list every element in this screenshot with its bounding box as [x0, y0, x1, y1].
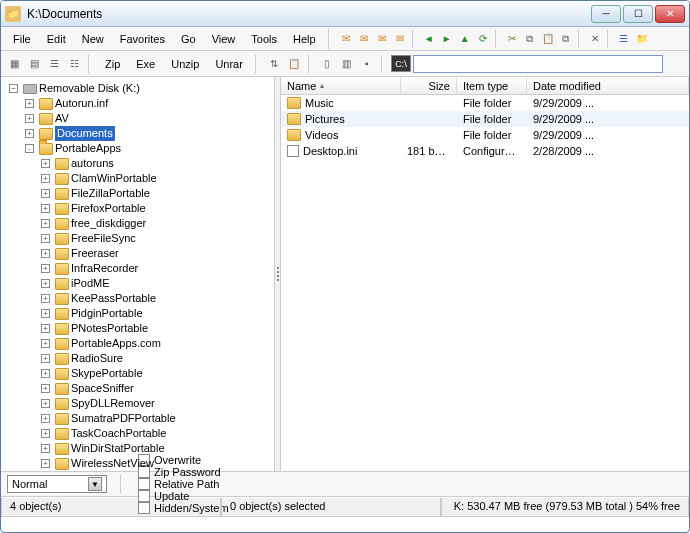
expander-icon[interactable]: − — [9, 84, 18, 93]
menu-file[interactable]: File — [5, 30, 39, 48]
copy-icon[interactable]: ⧉ — [521, 30, 539, 48]
unzip-button[interactable]: Unzip — [164, 55, 206, 73]
tree-item[interactable]: +WirelessNetView — [39, 456, 274, 471]
close-button[interactable]: ✕ — [655, 5, 685, 23]
refresh-icon[interactable]: ⟳ — [474, 30, 492, 48]
mail-open-icon[interactable]: ✉ — [337, 30, 355, 48]
paste-shortcut-icon[interactable]: ⧉ — [557, 30, 575, 48]
expander-icon[interactable]: + — [41, 369, 50, 378]
back-icon[interactable]: ◄ — [420, 30, 438, 48]
expander-icon[interactable]: + — [25, 114, 34, 123]
menu-favorites[interactable]: Favorites — [112, 30, 173, 48]
expander-icon[interactable]: + — [41, 399, 50, 408]
expander-icon[interactable]: + — [41, 444, 50, 453]
col-date[interactable]: Date modified — [527, 77, 689, 94]
folder-tree[interactable]: − Removable Disk (K:) +Autorun.inf+AV+Do… — [1, 77, 275, 471]
menu-edit[interactable]: Edit — [39, 30, 74, 48]
tree-item[interactable]: +SpyDLLRemover — [39, 396, 274, 411]
tree-item[interactable]: -PortableApps — [23, 141, 274, 156]
expander-icon[interactable]: + — [41, 204, 50, 213]
col-size[interactable]: Size — [401, 77, 457, 94]
file-list[interactable]: Name▴ Size Item type Date modified Music… — [281, 77, 689, 471]
column-icon[interactable]: ▯ — [318, 55, 336, 73]
expander-icon[interactable]: + — [25, 99, 34, 108]
drive-indicator[interactable]: C:\ — [391, 55, 411, 72]
tree-item[interactable]: +SpaceSniffer — [39, 381, 274, 396]
path-input[interactable] — [413, 55, 663, 73]
small-icons-icon[interactable]: ▤ — [25, 55, 43, 73]
tree-root[interactable]: − Removable Disk (K:) — [7, 81, 274, 96]
expander-icon[interactable]: + — [41, 159, 50, 168]
expander-icon[interactable]: + — [41, 249, 50, 258]
expander-icon[interactable]: + — [41, 459, 50, 468]
list-icon[interactable]: ☰ — [45, 55, 63, 73]
file-row[interactable]: MusicFile folder9/29/2009 ... — [281, 95, 689, 111]
clipboard-icon[interactable]: 📋 — [285, 55, 303, 73]
expander-icon[interactable]: + — [41, 279, 50, 288]
tree-item[interactable]: +SkypePortable — [39, 366, 274, 381]
tree-item[interactable]: +free_diskdigger — [39, 216, 274, 231]
tree-item[interactable]: +FirefoxPortable — [39, 201, 274, 216]
terminal-icon[interactable]: ▪ — [358, 55, 376, 73]
expander-icon[interactable]: + — [41, 309, 50, 318]
tree-item[interactable]: +SumatraPDFPortable — [39, 411, 274, 426]
menu-new[interactable]: New — [74, 30, 112, 48]
details-icon[interactable]: ☷ — [65, 55, 83, 73]
unrar-button[interactable]: Unrar — [208, 55, 250, 73]
tree-item[interactable]: +FileZillaPortable — [39, 186, 274, 201]
tree-item[interactable]: +autoruns — [39, 156, 274, 171]
menu-tools[interactable]: Tools — [243, 30, 285, 48]
expander-icon[interactable]: + — [41, 219, 50, 228]
tree-item[interactable]: +TaskCoachPortable — [39, 426, 274, 441]
properties-icon[interactable]: ☰ — [615, 30, 633, 48]
mail-star-icon[interactable]: ✉ — [373, 30, 391, 48]
paste-icon[interactable]: 📋 — [539, 30, 557, 48]
col-type[interactable]: Item type — [457, 77, 527, 94]
tree-item[interactable]: +Documents — [23, 126, 274, 141]
tree-item[interactable]: +PidginPortable — [39, 306, 274, 321]
tree-item[interactable]: +RadioSure — [39, 351, 274, 366]
tree-item[interactable]: +PNotesPortable — [39, 321, 274, 336]
expander-icon[interactable]: + — [41, 264, 50, 273]
expander-icon[interactable]: + — [41, 294, 50, 303]
expander-icon[interactable]: + — [41, 429, 50, 438]
tree-item[interactable]: +ClamWinPortable — [39, 171, 274, 186]
tree-item[interactable]: +AV — [23, 111, 274, 126]
expander-icon[interactable]: + — [41, 339, 50, 348]
exe-button[interactable]: Exe — [129, 55, 162, 73]
tree-item[interactable]: +PortableApps.com — [39, 336, 274, 351]
col-name[interactable]: Name▴ — [281, 77, 401, 94]
large-icons-icon[interactable]: ▦ — [5, 55, 23, 73]
forward-icon[interactable]: ► — [438, 30, 456, 48]
menu-go[interactable]: Go — [173, 30, 204, 48]
menu-view[interactable]: View — [204, 30, 244, 48]
tree-item[interactable]: +WinDirStatPortable — [39, 441, 274, 456]
menu-help[interactable]: Help — [285, 30, 324, 48]
expander-icon[interactable]: + — [41, 189, 50, 198]
tree-item[interactable]: +Autorun.inf — [23, 96, 274, 111]
file-row[interactable]: Desktop.ini181 bytesConfiguratio...2/28/… — [281, 143, 689, 159]
layout-icon[interactable]: ▥ — [338, 55, 356, 73]
tree-item[interactable]: +Freeraser — [39, 246, 274, 261]
mail-closed-icon[interactable]: ✉ — [355, 30, 373, 48]
new-folder-icon[interactable]: 📁 — [633, 30, 651, 48]
tree-item[interactable]: +KeePassPortable — [39, 291, 274, 306]
sort-icon[interactable]: ⇅ — [265, 55, 283, 73]
minimize-button[interactable]: ─ — [591, 5, 621, 23]
cut-icon[interactable]: ✂ — [503, 30, 521, 48]
expander-icon[interactable]: + — [41, 384, 50, 393]
delete-icon[interactable]: ✕ — [586, 30, 604, 48]
tree-item[interactable]: +InfraRecorder — [39, 261, 274, 276]
compression-combo[interactable]: Normal ▼ — [7, 475, 107, 493]
expander-icon[interactable]: + — [41, 414, 50, 423]
mail-send-icon[interactable]: ✉ — [391, 30, 409, 48]
maximize-button[interactable]: ☐ — [623, 5, 653, 23]
up-icon[interactable]: ▲ — [456, 30, 474, 48]
file-row[interactable]: VideosFile folder9/29/2009 ... — [281, 127, 689, 143]
expander-icon[interactable]: + — [41, 354, 50, 363]
expander-icon[interactable]: + — [25, 129, 34, 138]
expander-icon[interactable]: + — [41, 324, 50, 333]
file-row[interactable]: PicturesFile folder9/29/2009 ... — [281, 111, 689, 127]
checkbox-relative-path[interactable]: Relative Path — [138, 478, 229, 490]
tree-item[interactable]: +iPodME — [39, 276, 274, 291]
